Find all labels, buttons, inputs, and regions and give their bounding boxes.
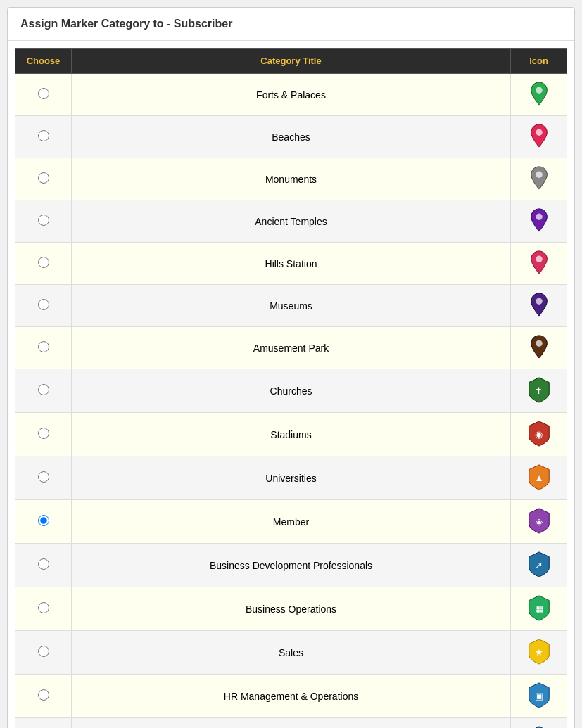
category-radio[interactable]: [38, 515, 49, 526]
badge-icon: ▲: [527, 464, 551, 490]
badge-icon: ◉: [527, 420, 551, 447]
category-radio[interactable]: [38, 341, 49, 352]
table-row: Hills Station: [15, 243, 567, 285]
category-title: Amusement Park: [72, 327, 511, 369]
radio-cell: [15, 456, 72, 500]
category-title: Churches: [72, 369, 511, 413]
radio-cell: [15, 74, 72, 116]
radio-cell: [15, 718, 72, 729]
svg-point-6: [536, 340, 542, 347]
category-title: Sales: [72, 631, 511, 675]
svg-text:◉: ◉: [535, 429, 543, 440]
category-title: Museums: [72, 285, 511, 327]
category-radio[interactable]: [38, 130, 49, 141]
map-pin-icon: [529, 292, 549, 317]
table-row: Ancient Temples: [15, 200, 567, 243]
table-row: Business Development Professionals ↗: [15, 544, 567, 587]
category-title: Member: [72, 500, 511, 544]
svg-text:▲: ▲: [534, 473, 543, 483]
icon-cell: ◉: [511, 413, 567, 456]
svg-text:◈: ◈: [536, 516, 543, 527]
page-container: Assign Marker Category to - Subscriber C…: [7, 7, 575, 728]
table-wrapper: Choose Category Title Icon Forts & Palac…: [8, 41, 574, 728]
icon-cell: ▦: [511, 587, 567, 631]
radio-cell: [15, 285, 72, 327]
category-table: Choose Category Title Icon Forts & Palac…: [15, 48, 567, 728]
svg-point-2: [536, 172, 542, 178]
page-title: Assign Marker Category to - Subscriber: [8, 8, 574, 41]
category-radio[interactable]: [38, 602, 49, 613]
category-title: Monuments: [72, 158, 511, 200]
icon-cell: ✝: [511, 369, 567, 413]
map-pin-icon: [529, 250, 549, 275]
radio-cell: [15, 243, 72, 285]
category-title: HR Management & Operations: [72, 675, 511, 718]
radio-cell: [15, 158, 72, 200]
category-radio[interactable]: [38, 558, 49, 570]
category-radio[interactable]: [38, 88, 49, 99]
table-row: HR Management & Operations ▣: [15, 675, 567, 718]
badge-icon: ↗: [527, 551, 551, 577]
category-title: Hills Station: [72, 243, 511, 285]
icon-cell: [511, 200, 567, 243]
category-radio[interactable]: [38, 428, 49, 439]
category-title: Beaches: [72, 116, 511, 158]
col-icon: Icon: [511, 49, 567, 74]
category-radio[interactable]: [38, 215, 49, 226]
map-pin-icon: [529, 207, 549, 233]
map-pin-icon: [529, 334, 549, 359]
icon-cell: ▤: [511, 718, 567, 729]
radio-cell: [15, 369, 72, 413]
badge-icon: ▣: [527, 682, 551, 708]
badge-icon: ◈: [527, 507, 551, 534]
svg-text:✝: ✝: [535, 385, 543, 396]
svg-text:★: ★: [535, 647, 543, 658]
table-row: Universities ▲: [15, 456, 567, 500]
table-row: Customer ▤: [15, 718, 567, 729]
radio-cell: [15, 500, 72, 544]
badge-icon: ✝: [527, 376, 551, 403]
badge-icon: ▤: [527, 725, 551, 728]
category-radio[interactable]: [38, 689, 49, 701]
icon-cell: [511, 285, 567, 327]
category-radio[interactable]: [38, 384, 49, 395]
col-choose: Choose: [15, 49, 72, 74]
category-title: Stadiums: [72, 413, 511, 456]
icon-cell: [511, 158, 567, 200]
category-title: Universities: [72, 456, 511, 500]
col-category-title: Category Title: [72, 49, 511, 74]
svg-text:▣: ▣: [535, 691, 543, 701]
category-radio[interactable]: [38, 299, 49, 310]
table-row: Forts & Palaces: [15, 74, 567, 116]
radio-cell: [15, 675, 72, 718]
icon-cell: [511, 243, 567, 285]
svg-text:↗: ↗: [535, 560, 543, 570]
icon-cell: ★: [511, 631, 567, 675]
icon-cell: [511, 116, 567, 158]
category-radio[interactable]: [38, 471, 49, 483]
svg-point-4: [536, 256, 542, 262]
svg-text:▦: ▦: [535, 604, 543, 614]
category-radio[interactable]: [38, 257, 49, 268]
table-row: Sales ★: [15, 631, 567, 675]
category-title: Business Development Professionals: [72, 544, 511, 587]
table-row: Beaches: [15, 116, 567, 158]
icon-cell: [511, 74, 567, 116]
category-radio[interactable]: [38, 646, 49, 657]
icon-cell: ◈: [511, 500, 567, 544]
table-row: Museums: [15, 285, 567, 327]
table-row: Member ◈: [15, 500, 567, 544]
category-title: Business Operations: [72, 587, 511, 631]
badge-icon: ▦: [527, 594, 551, 621]
table-row: Business Operations ▦: [15, 587, 567, 631]
map-pin-icon: [529, 123, 549, 148]
svg-point-0: [536, 87, 542, 94]
radio-cell: [15, 544, 72, 587]
map-pin-icon: [529, 165, 549, 191]
category-title: Ancient Temples: [72, 200, 511, 243]
icon-cell: ↗: [511, 544, 567, 587]
category-radio[interactable]: [38, 172, 49, 184]
svg-point-1: [536, 129, 542, 136]
svg-point-5: [536, 298, 542, 305]
icon-cell: [511, 327, 567, 369]
